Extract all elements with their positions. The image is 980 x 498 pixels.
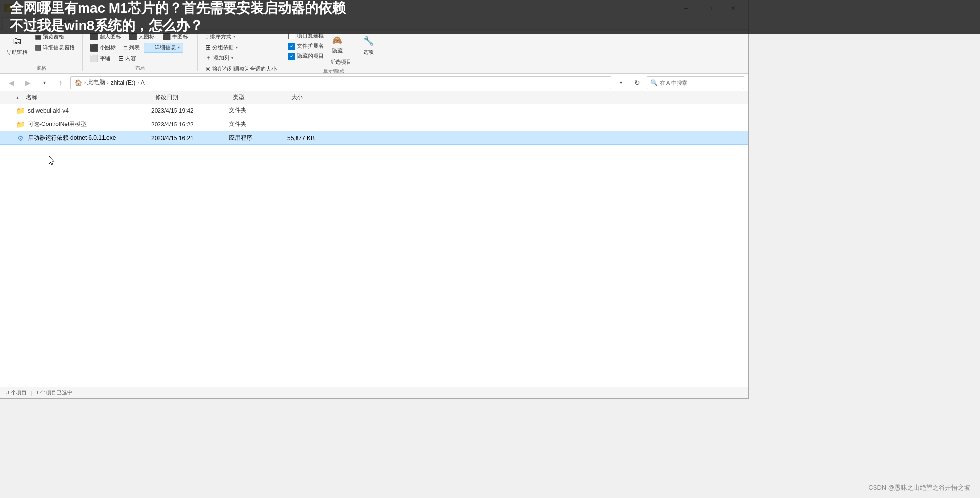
options-icon: 🔧 — [362, 34, 375, 48]
size-all-columns-button[interactable]: ⊠ 将所有列调整为合适的大小 — [202, 64, 280, 73]
address-bar: ◀ ▶ ▾ ↑ 🏠 › 此电脑 › zhitai (E:) › A ▾ ↻ 🔍 — [0, 74, 748, 91]
show-hide-items: 项目复选框 ✓ 文件扩展名 ✓ 隐藏的项目 🙈 — [288, 32, 379, 67]
file-name-cell: 📁 可选-ControlNet用模型 — [15, 120, 151, 129]
file-date-cell: 2023/4/15 16:21 — [151, 135, 229, 142]
list-view-button[interactable]: ≡ 列表 — [120, 43, 143, 53]
icon-small-button[interactable]: ⬛ 小图标 — [87, 43, 119, 53]
file-size-cell: 55,877 KB — [287, 135, 346, 142]
back-button[interactable]: ◀ — [4, 76, 18, 89]
title-overlay: 全网哪里有mac M1芯片的？首先需要安装启动器的依赖 不过我是win8系统的，… — [0, 0, 980, 34]
tile-view-button[interactable]: ⬜ 平铺 — [87, 53, 114, 63]
hide-selected-button[interactable]: 🙈 隐藏 — [327, 32, 348, 56]
show-hide-group-label: 显示/隐藏 — [323, 68, 344, 74]
icon-small-icon: ⬛ — [90, 44, 98, 52]
column-headers: ▲ 名称 修改日期 类型 大小 — [0, 91, 748, 104]
layout-group-items: ⬛ 超大图标 ⬛ 大图标 ⬛ 中图标 ⬛ 小图标 — [87, 32, 193, 64]
list-view-icon: ≡ — [123, 44, 127, 52]
ribbon-group-current-view: ↕ 排序方式 ▾ ⊞ 分组依据 ▾ ＋ 添加列 ▾ — [198, 32, 284, 71]
file-date-cell: 2023/4/15 19:42 — [151, 107, 229, 114]
title-line1: 全网哪里有mac M1芯片的？首先需要安装启动器的依赖 — [10, 0, 346, 17]
search-input[interactable] — [660, 80, 741, 86]
hide-icon: 🙈 — [331, 34, 344, 46]
forward-button[interactable]: ▶ — [21, 76, 35, 89]
file-row[interactable]: 📁 sd-webui-aki-v4 2023/4/15 19:42 文件夹 — [0, 104, 748, 118]
pane-group-label: 窗格 — [36, 65, 46, 71]
breadcrumb-folder[interactable]: A — [141, 79, 145, 86]
checkboxes-container: 项目复选框 ✓ 文件扩展名 ✓ 隐藏的项目 — [288, 32, 324, 60]
options-button[interactable]: 🔧 选项 — [358, 32, 379, 61]
content-area: ▲ 名称 修改日期 类型 大小 📁 sd-webui-aki-v4 2023/4… — [0, 91, 748, 387]
group-by-button[interactable]: ⊞ 分组依据 ▾ — [202, 42, 241, 52]
file-explorer-window: 📁 ↩ 📄 💾 ▾ ─ □ ✕ 文件 主页 共享 查看 — [0, 0, 749, 399]
group-by-icon: ⊞ — [205, 43, 211, 51]
content-view-button[interactable]: ⊟ 内容 — [115, 53, 140, 63]
dropdown-button[interactable]: ▾ — [614, 76, 628, 89]
file-row-selected[interactable]: ⚙ 启动器运行依赖-dotnet-6.0.11.exe 2023/4/15 16… — [0, 131, 748, 145]
file-name-cell: ⚙ 启动器运行依赖-dotnet-6.0.11.exe — [15, 133, 151, 143]
ribbon-group-show-hide: 项目复选框 ✓ 文件扩展名 ✓ 隐藏的项目 🙈 — [284, 32, 383, 71]
up-button[interactable]: ↑ — [54, 76, 68, 89]
size-columns-icon: ⊠ — [205, 65, 211, 72]
ribbon-group-pane: 🗂 导航窗格 ▦ 预览窗格 ▤ 详细信息窗格 窗格 — [0, 32, 83, 71]
ribbon-group-layout: ⬛ 超大图标 ⬛ 大图标 ⬛ 中图标 ⬛ 小图标 — [83, 32, 198, 71]
details-icon: ▤ — [35, 43, 41, 51]
nav-pane-icon: 🗂 — [10, 34, 24, 48]
recent-button[interactable]: ▾ — [37, 76, 51, 89]
status-bar: 3 个项目 | 1 个项目已选中 — [0, 387, 748, 398]
file-type-cell: 文件夹 — [229, 120, 287, 128]
col-header-name[interactable]: 名称 — [22, 93, 41, 102]
ext-checkbox-row[interactable]: ✓ 文件扩展名 — [288, 42, 324, 50]
hidden-checkbox[interactable]: ✓ — [288, 53, 295, 60]
item-count: 3 个项目 — [6, 389, 27, 396]
folder-icon: 📁 — [15, 106, 26, 116]
current-view-items: ↕ 排序方式 ▾ ⊞ 分组依据 ▾ ＋ 添加列 ▾ — [202, 32, 280, 73]
details-pane-button[interactable]: ▤ 详细信息窗格 — [32, 42, 78, 52]
nav-pane-button[interactable]: 🗂 导航窗格 — [4, 32, 30, 61]
col-header-type[interactable]: 类型 — [229, 91, 287, 104]
search-icon: 🔍 — [650, 79, 658, 86]
file-type-cell: 应用程序 — [229, 134, 287, 142]
ribbon-content: 🗂 导航窗格 ▦ 预览窗格 ▤ 详细信息窗格 窗格 — [0, 30, 748, 73]
add-column-icon: ＋ — [205, 53, 212, 62]
hide-options-container: 🙈 隐藏 所选项目 — [327, 32, 355, 67]
details-view-icon: ≣ — [147, 44, 153, 52]
layout-group-label: 布局 — [135, 65, 145, 71]
file-row[interactable]: 📁 可选-ControlNet用模型 2023/4/15 16:22 文件夹 — [0, 118, 748, 131]
title-line2: 不过我是win8系统的，怎么办？ — [10, 17, 346, 35]
csdn-watermark: CSDN @愚昧之山绝望之谷开悟之坡 — [868, 483, 970, 492]
pane-group-items: 🗂 导航窗格 ▦ 预览窗格 ▤ 详细信息窗格 — [4, 32, 78, 64]
breadcrumb-drive[interactable]: zhitai (E:) — [111, 79, 136, 86]
details-view-button[interactable]: ≣ 详细信息 ▾ — [144, 43, 183, 53]
add-column-button[interactable]: ＋ 添加列 ▾ — [202, 53, 237, 63]
breadcrumb-pc[interactable]: 此电脑 — [88, 78, 105, 87]
hidden-checkbox-row[interactable]: ✓ 隐藏的项目 — [288, 52, 324, 60]
breadcrumb-bar[interactable]: 🏠 › 此电脑 › zhitai (E:) › A — [70, 76, 611, 89]
selected-count: 1 个项目已选中 — [36, 389, 72, 396]
search-box[interactable]: 🔍 — [647, 76, 744, 89]
content-view-icon: ⊟ — [118, 54, 124, 62]
file-name-cell: 📁 sd-webui-aki-v4 — [15, 106, 151, 116]
file-list: ▲ 名称 修改日期 类型 大小 📁 sd-webui-aki-v4 2023/4… — [0, 91, 748, 387]
name-sort-arrow: ▲ — [15, 95, 20, 100]
refresh-button[interactable]: ↻ — [630, 76, 644, 89]
selected-items-button[interactable]: 所选项目 — [327, 57, 355, 67]
exe-icon: ⚙ — [15, 133, 26, 143]
breadcrumb-home: 🏠 — [75, 79, 82, 86]
ext-checkbox[interactable]: ✓ — [288, 43, 295, 50]
folder-icon: 📁 — [15, 120, 26, 129]
col-header-date[interactable]: 修改日期 — [151, 91, 229, 104]
col-header-size[interactable]: 大小 — [287, 91, 346, 104]
file-date-cell: 2023/4/15 16:22 — [151, 121, 229, 128]
file-type-cell: 文件夹 — [229, 107, 287, 115]
tile-view-icon: ⬜ — [90, 54, 98, 62]
